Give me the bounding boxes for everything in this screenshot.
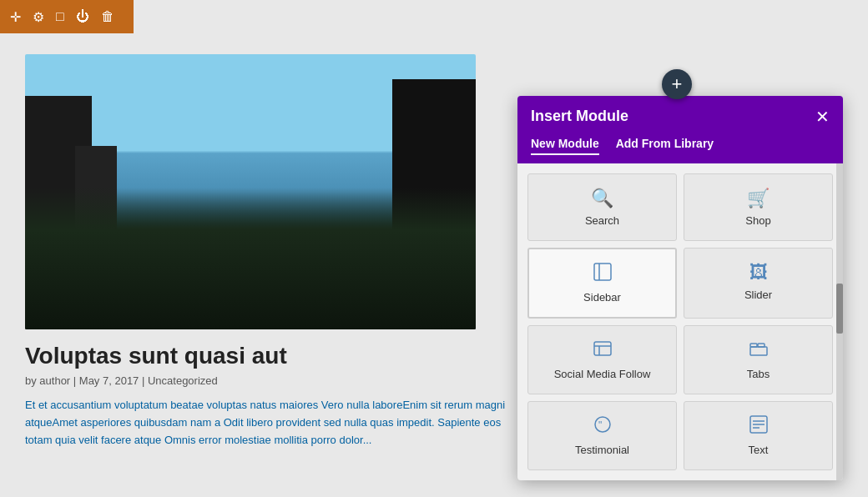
svg-point-8 [595, 417, 610, 432]
testimonial-module-icon: " [593, 415, 612, 439]
panel-close-button[interactable]: ✕ [815, 108, 830, 125]
article-body: Et et accusantium voluptatum beatae volu… [25, 397, 526, 449]
search-module-icon: 🔍 [591, 188, 613, 209]
gear-icon[interactable]: ⚙ [33, 9, 44, 25]
layout-icon[interactable]: □ [56, 9, 64, 24]
module-sidebar-label: Sidebar [583, 291, 621, 304]
panel-tabs: New Module Add From Library [517, 137, 843, 163]
module-social-media-label: Social Media Follow [554, 368, 651, 380]
shop-module-icon: 🛒 [747, 188, 770, 209]
panel-title: Insert Module [531, 108, 628, 125]
module-social-media-follow[interactable]: Social Media Follow [527, 325, 677, 394]
trash-icon[interactable]: 🗑 [101, 9, 114, 24]
module-shop[interactable]: 🛒 Shop [684, 173, 833, 241]
main-content: Voluptas sunt quasi aut by author | May … [0, 33, 551, 469]
module-search[interactable]: 🔍 Search [527, 173, 677, 241]
module-sidebar[interactable]: Sidebar [527, 248, 677, 319]
panel-scrollbar-thumb[interactable] [836, 284, 843, 334]
module-text-label: Text [749, 444, 769, 456]
article-title: Voluptas sunt quasi aut [25, 343, 526, 369]
tab-add-from-library[interactable]: Add From Library [616, 137, 714, 155]
panel-header: Insert Module ✕ [517, 96, 843, 137]
add-icon[interactable]: ✛ [10, 9, 21, 25]
modules-grid: 🔍 Search 🛒 Shop Sidebar 🖼 [517, 163, 843, 480]
module-testimonial-label: Testimonial [575, 444, 629, 456]
module-shop-label: Shop [745, 214, 770, 227]
slider-module-icon: 🖼 [749, 262, 768, 284]
module-tabs-label: Tabs [747, 368, 770, 380]
svg-rect-7 [750, 347, 767, 355]
module-tabs[interactable]: Tabs [684, 325, 833, 394]
add-module-button[interactable]: + [662, 69, 692, 99]
svg-rect-2 [594, 342, 611, 355]
tab-new-module[interactable]: New Module [531, 137, 599, 155]
article-image [25, 54, 476, 329]
svg-rect-0 [594, 264, 611, 280]
module-slider-label: Slider [744, 289, 772, 301]
module-slider[interactable]: 🖼 Slider [684, 248, 833, 319]
module-testimonial[interactable]: " Testimonial [527, 401, 677, 470]
social-media-module-icon [593, 339, 612, 363]
tabs-module-icon [749, 339, 768, 363]
module-search-label: Search [585, 214, 619, 227]
module-text[interactable]: Text [684, 401, 833, 470]
text-module-icon [749, 415, 768, 439]
svg-text:": " [598, 419, 602, 431]
insert-module-panel: Insert Module ✕ New Module Add From Libr… [517, 96, 843, 480]
top-toolbar: ✛ ⚙ □ ⏻ 🗑 [0, 0, 134, 33]
article-meta: by author | May 7, 2017 | Uncategorized [25, 374, 526, 387]
power-icon[interactable]: ⏻ [76, 9, 89, 24]
panel-scrollbar[interactable] [836, 163, 843, 480]
sidebar-module-icon [593, 263, 612, 286]
